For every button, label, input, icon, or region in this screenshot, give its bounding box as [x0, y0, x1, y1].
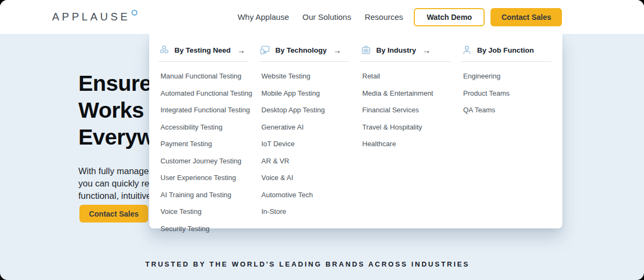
- menu-column-job-function: By Job Function Engineering Product Team…: [461, 42, 562, 228]
- hero-section: Ensure Works Everyw With fully managed y…: [78, 70, 154, 202]
- menu-item[interactable]: Healthcare: [362, 140, 461, 148]
- hero-headline-line: Works: [78, 97, 154, 124]
- testing-need-list: Manual Functional Testing Automated Func…: [160, 72, 259, 233]
- arrow-right-icon: →: [237, 46, 245, 55]
- menu-item[interactable]: Desktop App Testing: [261, 106, 360, 114]
- menu-item[interactable]: Generative AI: [261, 123, 360, 131]
- menu-item[interactable]: Product Teams: [463, 89, 562, 97]
- trust-bar-text: TRUSTED BY THE WORLD'S LEADING BRANDS AC…: [0, 260, 615, 268]
- hero-headline-line: Everyw: [78, 124, 154, 150]
- menu-item[interactable]: Travel & Hospitality: [362, 123, 461, 131]
- menu-item[interactable]: Accessibility Testing: [160, 123, 259, 131]
- column-header-industry[interactable]: By Industry →: [360, 42, 450, 62]
- logo-circle-icon: [131, 10, 137, 16]
- menu-item[interactable]: Automated Functional Testing: [160, 89, 259, 97]
- menu-item[interactable]: AR & VR: [261, 157, 360, 165]
- hero-headline-line: Ensure: [78, 70, 154, 97]
- menu-item[interactable]: Engineering: [463, 72, 562, 80]
- menu-item[interactable]: Voice & AI: [261, 174, 360, 182]
- column-header-job-function[interactable]: By Job Function: [461, 42, 551, 62]
- menu-column-industry: By Industry → Retail Media & Entertainme…: [360, 42, 461, 228]
- menu-item[interactable]: IoT Device: [261, 140, 360, 148]
- column-header-testing-need[interactable]: By Testing Need →: [158, 42, 248, 62]
- menu-item[interactable]: Website Testing: [261, 72, 360, 80]
- nav-our-solutions[interactable]: Our Solutions: [303, 12, 352, 21]
- menu-item[interactable]: Manual Functional Testing: [160, 72, 259, 80]
- arrow-right-icon: →: [333, 46, 341, 55]
- menu-item[interactable]: Media & Entertainment: [362, 89, 461, 97]
- menu-column-technology: By Technology → Website Testing Mobile A…: [259, 42, 360, 228]
- job-function-list: Engineering Product Teams QA Teams: [463, 72, 562, 114]
- menu-item[interactable]: Customer Journey Testing: [160, 157, 259, 165]
- menu-item[interactable]: QA Teams: [463, 106, 562, 114]
- technology-list: Website Testing Mobile App Testing Deskt…: [261, 72, 360, 216]
- applause-logo[interactable]: APPLAUSE: [52, 11, 137, 23]
- top-navigation-bar: APPLAUSE Why Applause Our Solutions Reso…: [0, 0, 644, 34]
- solutions-mega-menu: By Testing Need → Manual Functional Test…: [149, 34, 562, 228]
- menu-column-testing-need: By Testing Need → Manual Functional Test…: [158, 42, 259, 228]
- industry-list: Retail Media & Entertainment Financial S…: [362, 72, 461, 148]
- page-frame: Ensure Works Everyw With fully managed y…: [0, 0, 644, 280]
- menu-item[interactable]: Integrated Functional Testing: [160, 106, 259, 114]
- cubes-icon: [158, 44, 170, 56]
- menu-item[interactable]: Payment Testing: [160, 140, 259, 148]
- briefcase-icon: [360, 44, 372, 56]
- watch-demo-button[interactable]: Watch Demo: [414, 8, 485, 26]
- nav-resources[interactable]: Resources: [364, 12, 403, 21]
- menu-item[interactable]: Mobile App Testing: [261, 89, 360, 97]
- menu-item[interactable]: Automotive Tech: [261, 191, 360, 199]
- column-header-technology[interactable]: By Technology →: [259, 42, 349, 62]
- menu-item[interactable]: User Experience Testing: [160, 174, 259, 182]
- hero-paragraph: With fully managed you can quickly rel f…: [78, 165, 154, 202]
- menu-item[interactable]: In-Store: [261, 207, 360, 216]
- hero-headline: Ensure Works Everyw: [78, 70, 154, 150]
- devices-icon: [259, 44, 271, 56]
- hero-contact-sales-button[interactable]: Contact Sales: [79, 205, 148, 222]
- nav-links: Why Applause Our Solutions Resources Wat…: [238, 8, 562, 26]
- contact-sales-button[interactable]: Contact Sales: [491, 8, 562, 26]
- menu-item[interactable]: AI Training and Testing: [160, 191, 259, 199]
- menu-item[interactable]: Voice Testing: [160, 207, 259, 216]
- menu-item[interactable]: Retail: [362, 72, 461, 80]
- nav-why-applause[interactable]: Why Applause: [238, 12, 289, 21]
- menu-item[interactable]: Security Testing: [160, 225, 259, 233]
- menu-item[interactable]: Financial Services: [362, 106, 461, 114]
- arrow-right-icon: →: [422, 46, 430, 55]
- person-icon: [461, 44, 473, 56]
